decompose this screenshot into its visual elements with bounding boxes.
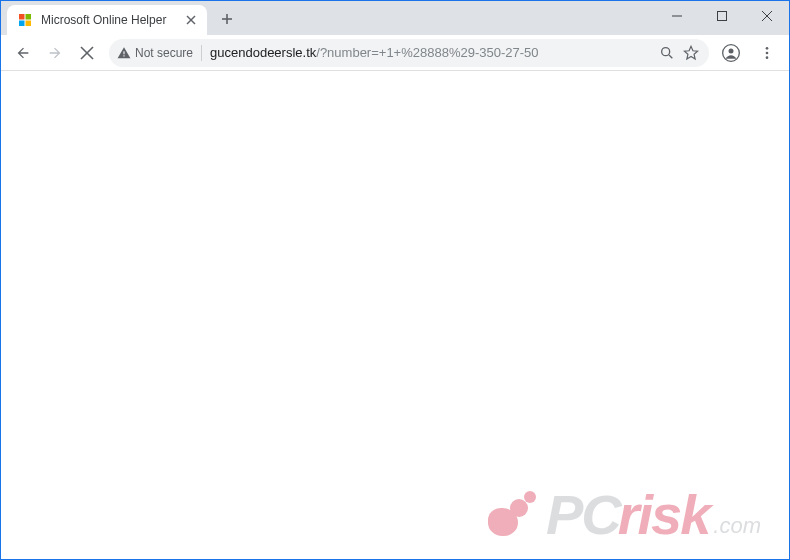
maximize-icon	[717, 11, 727, 21]
stop-icon	[80, 46, 94, 60]
toolbar-trailing	[717, 39, 781, 67]
kebab-icon	[759, 45, 775, 61]
svg-point-19	[766, 51, 769, 54]
watermark-text-pc: PC	[546, 487, 620, 543]
zoom-button[interactable]	[659, 45, 675, 61]
new-tab-button[interactable]	[213, 5, 241, 33]
close-window-button[interactable]	[744, 1, 789, 31]
svg-rect-3	[26, 21, 32, 27]
titlebar: Microsoft Online Helper	[1, 1, 789, 35]
close-icon	[762, 11, 772, 21]
watermark-text-com: .com	[713, 513, 761, 539]
close-icon	[186, 15, 196, 25]
maximize-button[interactable]	[699, 1, 744, 31]
tab-title: Microsoft Online Helper	[41, 13, 175, 27]
star-icon	[683, 45, 699, 61]
svg-line-15	[669, 55, 672, 58]
profile-button[interactable]	[717, 39, 745, 67]
tab-close-button[interactable]	[183, 12, 199, 28]
svg-point-17	[729, 48, 734, 53]
address-bar[interactable]: Not secure gucendodeersle.tk/?number=+1+…	[109, 39, 709, 67]
watermark: PC risk .com	[480, 483, 761, 547]
stop-reload-button[interactable]	[73, 39, 101, 67]
svg-rect-9	[717, 12, 726, 21]
toolbar: Not secure gucendodeersle.tk/?number=+1+…	[1, 35, 789, 71]
url-path: /?number=+1+%28888%29-350-27-50	[316, 45, 538, 60]
watermark-text-risk: risk	[618, 487, 710, 543]
svg-rect-2	[19, 21, 25, 27]
back-button[interactable]	[9, 39, 37, 67]
arrow-right-icon	[47, 45, 63, 61]
url-host: gucendodeersle.tk	[210, 45, 316, 60]
minimize-button[interactable]	[654, 1, 699, 31]
minimize-icon	[672, 11, 682, 21]
svg-point-18	[766, 47, 769, 50]
svg-point-20	[766, 56, 769, 59]
window-controls	[654, 1, 789, 31]
page-content: PC risk .com	[1, 71, 789, 559]
bookmark-button[interactable]	[683, 45, 699, 61]
security-indicator[interactable]: Not secure	[117, 46, 193, 60]
forward-button[interactable]	[41, 39, 69, 67]
svg-point-14	[662, 47, 670, 55]
plus-icon	[221, 13, 233, 25]
warning-icon	[117, 46, 131, 60]
arrow-left-icon	[15, 45, 31, 61]
menu-button[interactable]	[753, 39, 781, 67]
security-label: Not secure	[135, 46, 193, 60]
browser-tab[interactable]: Microsoft Online Helper	[7, 5, 207, 35]
svg-rect-1	[26, 14, 32, 20]
url-text: gucendodeersle.tk/?number=+1+%28888%29-3…	[210, 45, 651, 60]
magnify-icon	[659, 45, 675, 61]
profile-icon	[721, 43, 741, 63]
svg-rect-0	[19, 14, 25, 20]
favicon-icon	[17, 12, 33, 28]
divider	[201, 45, 202, 61]
watermark-logo-icon	[480, 483, 544, 547]
